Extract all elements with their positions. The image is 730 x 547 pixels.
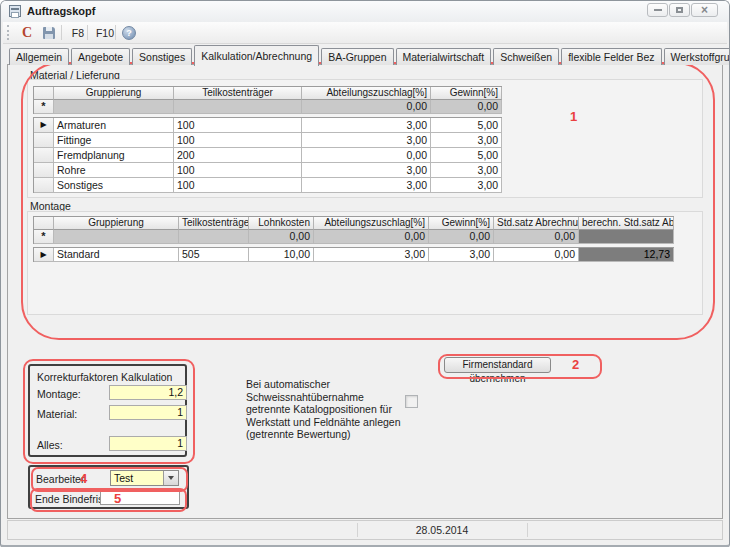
firmenstandard-button[interactable]: Firmenstandard übernehmen — [444, 357, 551, 373]
tab-kalkulation-abrechnung[interactable]: Kalkulation/Abrechnung — [194, 45, 319, 66]
grid-cell[interactable]: Standard — [54, 248, 179, 262]
save-button[interactable] — [40, 24, 58, 41]
grid-cell[interactable]: 0,00 — [494, 248, 579, 262]
column-header-blank[interactable] — [34, 87, 54, 100]
grid-cell[interactable]: 3,00 — [314, 248, 429, 262]
close-icon: × — [701, 5, 708, 15]
tab-materialwirtschaft[interactable]: Materialwirtschaft — [396, 48, 492, 65]
grid-cell[interactable] — [179, 230, 249, 244]
grid-cell[interactable]: 100 — [174, 163, 302, 178]
material-new-row[interactable]: * 0,00 0,00 — [34, 100, 502, 114]
tab-flexible-felder-bez[interactable]: flexible Felder Bez — [561, 48, 661, 65]
row-header[interactable] — [34, 163, 54, 178]
grid-cell[interactable]: 10,00 — [249, 248, 314, 262]
bearbeiter-label: Bearbeiter — [36, 473, 84, 485]
grid-cell-readonly: 12,73 — [579, 248, 674, 262]
tab-allgemein[interactable]: Allgemein — [9, 48, 69, 65]
grid-cell[interactable]: 3,00 — [302, 133, 431, 148]
maximize-icon — [676, 7, 683, 13]
grid-cell[interactable]: 0,00 — [302, 148, 431, 163]
table-row[interactable]: Fremdplanung 200 0,00 5,00 — [34, 148, 502, 163]
tab-angebote[interactable]: Angebote — [71, 48, 130, 65]
montage-new-row[interactable]: * 0,00 0,00 0,00 0,00 — [34, 230, 674, 244]
grid-cell[interactable]: 5,00 — [431, 118, 502, 133]
column-header[interactable]: Teilkostenträger — [179, 217, 249, 230]
material-factor-label: Material: — [37, 408, 77, 420]
row-header[interactable] — [34, 148, 54, 163]
column-header[interactable]: Gewinn[%] — [431, 87, 502, 100]
material-factor-input[interactable]: 1 — [109, 405, 187, 420]
grid-cell[interactable]: Armaturen — [54, 118, 174, 133]
table-row[interactable]: Sonstiges 100 3,00 3,00 — [34, 178, 502, 193]
grid-cell[interactable]: 0,00 — [314, 230, 429, 244]
grid-cell[interactable] — [174, 100, 302, 114]
grid-cell[interactable]: 3,00 — [302, 163, 431, 178]
row-header[interactable] — [34, 178, 54, 193]
refresh-button[interactable]: C — [17, 24, 37, 41]
grid-cell[interactable]: 100 — [174, 118, 302, 133]
montage-factor-input[interactable]: 1,2 — [109, 385, 187, 400]
grid-cell[interactable]: 0,00 — [302, 100, 431, 114]
bearbeiter-value: Test — [114, 472, 133, 485]
grid-cell[interactable]: 505 — [179, 248, 249, 262]
table-row[interactable]: ▶ Standard 505 10,00 3,00 3,00 0,00 12,7… — [34, 248, 674, 262]
column-header-blank[interactable] — [34, 217, 54, 230]
application-window: Auftragskopf × C F8 F10 ? Allgemein Ange… — [0, 0, 730, 547]
grid-cell[interactable]: 3,00 — [302, 118, 431, 133]
column-header[interactable]: Abteilungszuschlag[%] — [302, 87, 431, 100]
toolbar-separator — [87, 25, 88, 40]
material-grid: Gruppierung Teilkostenträger Abteilungsz… — [33, 86, 502, 193]
column-header[interactable]: Gruppierung — [54, 217, 179, 230]
toolbar: C F8 F10 ? — [3, 22, 727, 44]
grid-cell[interactable]: Rohre — [54, 163, 174, 178]
grid-cell[interactable]: 200 — [174, 148, 302, 163]
tab-werkstoffgruppen[interactable]: Werkstoffgruppen — [664, 48, 730, 65]
grid-cell[interactable] — [54, 230, 179, 244]
tab-schweissen[interactable]: Schweißen — [493, 48, 559, 65]
combo-dropdown-button[interactable] — [163, 471, 178, 485]
weld-checkbox[interactable] — [405, 395, 418, 408]
grid-cell[interactable]: 0,00 — [494, 230, 579, 244]
grid-cell[interactable]: Fremdplanung — [54, 148, 174, 163]
new-row-icon: * — [34, 230, 54, 244]
grid-cell[interactable]: 0,00 — [249, 230, 314, 244]
grid-cell[interactable]: 3,00 — [431, 178, 502, 193]
grid-cell[interactable]: 5,00 — [431, 148, 502, 163]
column-header[interactable]: Lohnkosten — [249, 217, 314, 230]
alles-factor-input[interactable]: 1 — [109, 436, 187, 451]
grid-cell[interactable]: 3,00 — [302, 178, 431, 193]
column-header[interactable]: Abteilungszuschlag[%] — [314, 217, 429, 230]
table-row[interactable]: Rohre 100 3,00 3,00 — [34, 163, 502, 178]
column-header[interactable]: Std.satz Abrechnung — [494, 217, 579, 230]
bindefrist-input[interactable] — [100, 490, 180, 505]
table-row[interactable]: Fittinge 100 3,00 3,00 — [34, 133, 502, 148]
save-icon — [43, 27, 55, 39]
grid-cell-readonly — [579, 230, 674, 244]
close-button[interactable]: × — [691, 3, 718, 17]
minimize-button[interactable] — [647, 3, 668, 17]
grid-cell[interactable]: Fittinge — [54, 133, 174, 148]
column-header[interactable]: berechn. Std.satz Abr — [579, 217, 674, 230]
grid-cell[interactable]: 3,00 — [431, 163, 502, 178]
column-header[interactable]: Teilkostenträger — [174, 87, 302, 100]
grid-cell[interactable]: 100 — [174, 133, 302, 148]
toolbar-separator — [61, 25, 62, 40]
grid-cell[interactable]: 0,00 — [431, 100, 502, 114]
column-header[interactable]: Gewinn[%] — [429, 217, 494, 230]
column-header[interactable]: Gruppierung — [54, 87, 174, 100]
grid-cell[interactable]: 3,00 — [429, 248, 494, 262]
grid-cell[interactable] — [54, 100, 174, 114]
grid-cell[interactable]: 0,00 — [429, 230, 494, 244]
grid-cell[interactable]: 100 — [174, 178, 302, 193]
toolbar-grip[interactable] — [7, 25, 9, 40]
grid-cell[interactable]: Sonstiges — [54, 178, 174, 193]
tab-sonstiges[interactable]: Sonstiges — [132, 48, 192, 65]
row-header[interactable] — [34, 133, 54, 148]
bearbeiter-combobox[interactable]: Test — [110, 470, 179, 486]
grid-cell[interactable]: 3,00 — [431, 133, 502, 148]
table-row[interactable]: ▶ Armaturen 100 3,00 5,00 — [34, 118, 502, 133]
help-button[interactable]: ? — [120, 24, 138, 41]
maximize-button[interactable] — [669, 3, 690, 17]
tab-ba-gruppen[interactable]: BA-Gruppen — [321, 48, 393, 65]
refresh-icon: C — [22, 26, 32, 40]
